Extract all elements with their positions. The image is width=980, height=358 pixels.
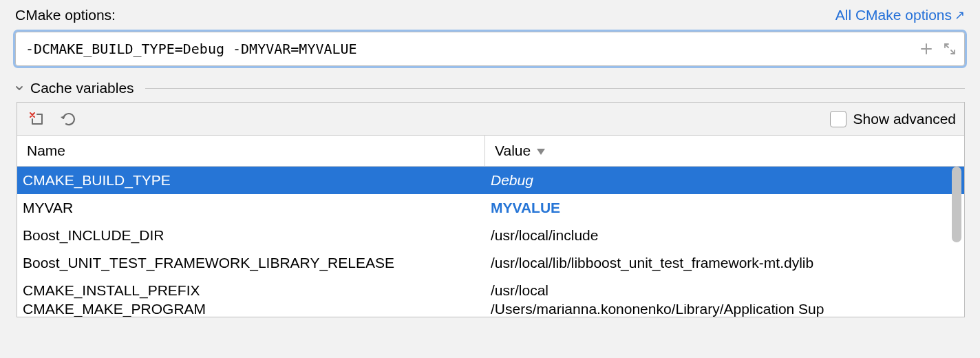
cell-name: MYVAR — [17, 200, 485, 216]
cache-variables-title: Cache variables — [30, 80, 134, 96]
cell-name: CMAKE_MAKE_PROGRAM — [17, 304, 485, 317]
column-name-header[interactable]: Name — [17, 136, 485, 166]
all-cmake-options-link[interactable]: All CMake options ↗ — [835, 7, 965, 23]
input-action-icons — [918, 41, 958, 57]
chevron-down-icon — [14, 83, 25, 94]
column-value-label: Value — [495, 143, 531, 159]
cell-value[interactable]: MYVALUE — [485, 200, 964, 216]
cache-variables-panel: Show advanced Name Value CMAKE_BUILD_TYP… — [17, 102, 965, 317]
cell-value[interactable]: /usr/local/include — [485, 227, 964, 244]
table-row[interactable]: MYVARMYVALUE — [17, 194, 964, 222]
cache-toolbar: Show advanced — [17, 103, 964, 136]
options-header: CMake options: All CMake options ↗ — [15, 7, 965, 23]
cell-value[interactable]: /usr/local/lib/libboost_unit_test_framew… — [485, 255, 964, 271]
table-row[interactable]: Boost_INCLUDE_DIR/usr/local/include — [17, 222, 964, 249]
cell-name: CMAKE_INSTALL_PREFIX — [17, 282, 485, 299]
table-row[interactable]: Boost_UNIT_TEST_FRAMEWORK_LIBRARY_RELEAS… — [17, 249, 964, 277]
show-advanced-checkbox[interactable] — [830, 111, 846, 127]
cell-value[interactable]: /usr/local — [485, 282, 964, 299]
table-header: Name Value — [17, 136, 964, 167]
section-divider — [145, 88, 965, 89]
all-options-text: All CMake options — [835, 7, 952, 23]
show-advanced-toggle[interactable]: Show advanced — [830, 111, 956, 127]
plus-icon[interactable] — [918, 41, 935, 57]
sort-desc-icon — [536, 143, 546, 159]
column-value-header[interactable]: Value — [485, 136, 964, 166]
table-body: CMAKE_BUILD_TYPEDebugMYVARMYVALUEBoost_I… — [17, 167, 964, 317]
table-row[interactable]: CMAKE_BUILD_TYPEDebug — [17, 167, 964, 194]
vertical-scrollbar[interactable] — [952, 167, 961, 242]
external-link-icon: ↗ — [955, 8, 965, 23]
cell-name: Boost_INCLUDE_DIR — [17, 227, 485, 244]
cache-variables-section-header[interactable]: Cache variables — [14, 80, 965, 96]
cell-value[interactable]: Debug — [485, 172, 964, 189]
cell-value[interactable]: /Users/marianna.kononenko/Library/Applic… — [485, 304, 964, 317]
cell-name: Boost_UNIT_TEST_FRAMEWORK_LIBRARY_RELEAS… — [17, 255, 485, 271]
expand-icon[interactable] — [941, 41, 958, 57]
table-row[interactable]: CMAKE_MAKE_PROGRAM/Users/marianna.konone… — [17, 304, 964, 317]
options-label: CMake options: — [15, 7, 116, 23]
table-row[interactable]: CMAKE_INSTALL_PREFIX/usr/local — [17, 277, 964, 304]
cmake-options-input[interactable] — [15, 32, 965, 66]
undo-icon[interactable] — [58, 109, 78, 129]
cell-name: CMAKE_BUILD_TYPE — [17, 172, 485, 189]
reset-icon[interactable] — [27, 109, 46, 129]
show-advanced-label: Show advanced — [853, 111, 956, 127]
cmake-options-input-wrapper — [15, 32, 965, 66]
